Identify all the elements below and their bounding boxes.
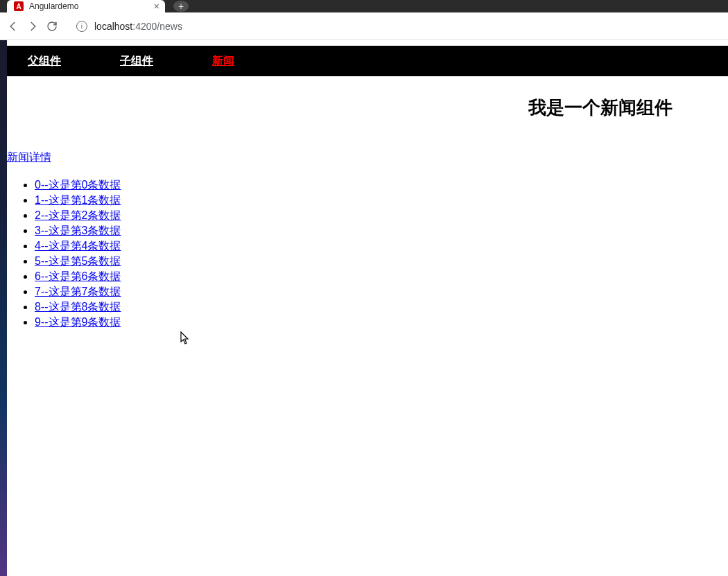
page-content: 父组件子组件新闻 我是一个新闻组件 新闻详情 0--这是第0条数据1--这是第1… — [7, 40, 728, 576]
list-item: 4--这是第4条数据 — [35, 238, 728, 253]
url-port: :4200 — [132, 21, 157, 32]
list-item: 5--这是第5条数据 — [35, 254, 728, 268]
arrow-right-icon — [26, 20, 39, 33]
list-item: 6--这是第6条数据 — [35, 269, 728, 283]
browser-tab-strip: A Angulardemo × + — [0, 0, 728, 12]
list-item: 7--这是第7条数据 — [35, 284, 728, 299]
new-tab-button[interactable]: + — [173, 1, 189, 12]
plus-icon: + — [178, 1, 184, 12]
news-item-link-3[interactable]: 3--这是第3条数据 — [35, 225, 121, 236]
news-item-link-7[interactable]: 7--这是第7条数据 — [35, 286, 121, 297]
forward-button[interactable] — [26, 20, 39, 33]
tab-bar: A Angulardemo × + — [0, 0, 189, 12]
desktop-sliver — [0, 40, 7, 576]
list-item: 8--这是第8条数据 — [35, 299, 728, 314]
reload-icon — [46, 20, 58, 33]
list-item: 0--这是第0条数据 — [35, 177, 728, 192]
list-item: 3--这是第3条数据 — [35, 223, 728, 238]
news-item-link-9[interactable]: 9--这是第9条数据 — [35, 316, 121, 328]
url-path: /news — [157, 21, 182, 32]
news-item-link-8[interactable]: 8--这是第8条数据 — [35, 301, 121, 313]
back-button[interactable] — [7, 20, 19, 33]
news-list: 0--这是第0条数据1--这是第1条数据2--这是第2条数据3--这是第3条数据… — [7, 177, 728, 329]
url-display: localhost:4200/news — [94, 21, 182, 32]
site-info-icon[interactable]: i — [76, 21, 87, 32]
browser-tab-active[interactable]: A Angulardemo × — [7, 0, 165, 12]
news-item-link-5[interactable]: 5--这是第5条数据 — [35, 255, 121, 267]
list-item: 9--这是第9条数据 — [35, 315, 728, 329]
list-item: 2--这是第2条数据 — [35, 208, 728, 222]
nav-item-0[interactable]: 父组件 — [28, 54, 61, 69]
news-item-link-1[interactable]: 1--这是第1条数据 — [35, 194, 121, 206]
browser-toolbar: i localhost:4200/news — [0, 12, 728, 40]
mouse-cursor-icon — [180, 331, 191, 345]
news-detail-link[interactable]: 新闻详情 — [7, 150, 51, 165]
nav-item-1[interactable]: 子组件 — [120, 54, 153, 69]
list-item: 1--这是第1条数据 — [35, 193, 728, 207]
tab-title: Angulardemo — [29, 1, 78, 11]
url-host: localhost — [94, 21, 132, 32]
news-item-link-2[interactable]: 2--这是第2条数据 — [35, 209, 121, 221]
news-item-link-4[interactable]: 4--这是第4条数据 — [35, 240, 121, 252]
page-title: 我是一个新闻组件 — [7, 96, 673, 120]
angular-favicon-icon: A — [14, 1, 24, 11]
nav-item-2[interactable]: 新闻 — [212, 54, 234, 69]
reload-button[interactable] — [46, 20, 58, 33]
news-item-link-6[interactable]: 6--这是第6条数据 — [35, 270, 121, 282]
arrow-left-icon — [7, 20, 19, 33]
tab-close-icon[interactable]: × — [154, 1, 159, 12]
news-item-link-0[interactable]: 0--这是第0条数据 — [35, 179, 121, 191]
page-nav: 父组件子组件新闻 — [7, 46, 728, 76]
address-bar[interactable]: i localhost:4200/news — [69, 17, 721, 36]
